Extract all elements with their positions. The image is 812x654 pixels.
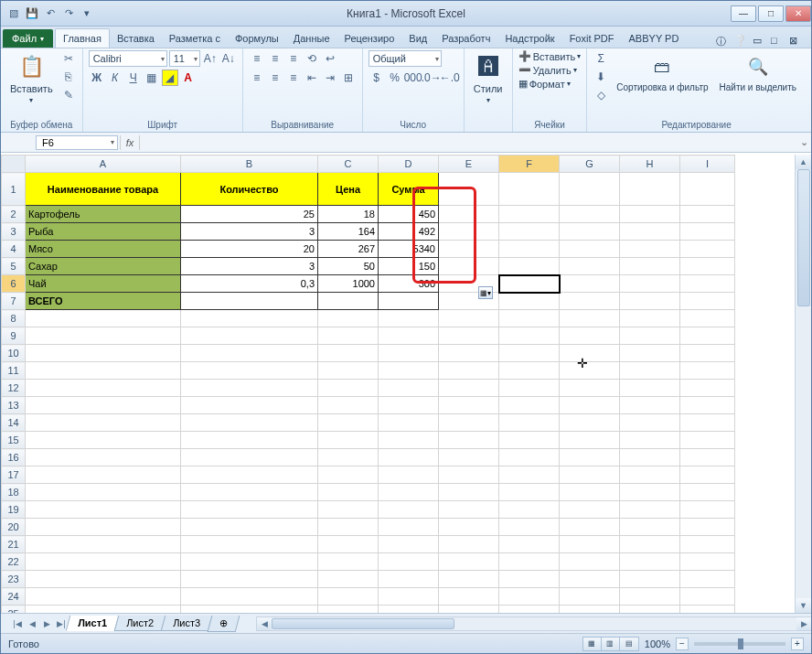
percent-icon[interactable]: % — [387, 70, 403, 86]
cell-A22[interactable] — [26, 553, 181, 571]
cell-B24[interactable] — [181, 588, 318, 606]
cell-H16[interactable] — [620, 449, 680, 466]
hscroll-right-icon[interactable]: ▶ — [796, 617, 811, 630]
cell-H8[interactable] — [620, 310, 680, 327]
tab-addins[interactable]: Надстройк — [497, 29, 561, 48]
shrink-font-icon[interactable]: A↓ — [220, 50, 237, 67]
currency-icon[interactable]: $ — [369, 70, 385, 86]
cell-G25[interactable] — [560, 606, 620, 614]
row-header-7[interactable]: 7 — [2, 293, 26, 310]
row-header-19[interactable]: 19 — [2, 501, 26, 519]
cell-H4[interactable] — [620, 241, 680, 258]
zoom-out-button[interactable]: − — [676, 638, 689, 650]
merge-icon[interactable]: ⊞ — [340, 70, 357, 86]
cell-F14[interactable] — [499, 414, 560, 432]
cell-B6[interactable]: 0,3 — [181, 275, 318, 293]
cell-B15[interactable] — [181, 432, 318, 449]
wbk-min-icon[interactable]: ▭ — [753, 35, 765, 48]
cell-G16[interactable] — [560, 449, 620, 466]
cell-B12[interactable] — [181, 380, 318, 397]
cell-F18[interactable] — [499, 484, 560, 501]
undo-icon[interactable]: ↶ — [43, 6, 58, 21]
cell-B1[interactable]: Количество — [181, 173, 318, 206]
row-header-4[interactable]: 4 — [2, 241, 26, 258]
col-header-F[interactable]: F — [499, 155, 560, 173]
sheet-tab-1[interactable]: Лист1 — [66, 616, 120, 631]
cell-H20[interactable] — [620, 519, 680, 536]
tab-insert[interactable]: Вставка — [110, 29, 162, 48]
cell-B20[interactable] — [181, 519, 318, 536]
cell-F9[interactable] — [499, 327, 560, 345]
cell-H19[interactable] — [620, 501, 680, 519]
cell-H5[interactable] — [620, 258, 680, 275]
cell-E22[interactable] — [439, 553, 499, 571]
cell-H24[interactable] — [620, 588, 680, 606]
cell-C19[interactable] — [318, 501, 379, 519]
cell-D20[interactable] — [379, 519, 439, 536]
close-button[interactable]: ✕ — [785, 5, 811, 22]
save-icon[interactable]: 💾 — [25, 6, 39, 21]
fill-icon[interactable]: ◢ — [162, 70, 178, 86]
cell-D4[interactable]: 5340 — [379, 241, 439, 258]
col-header-H[interactable]: H — [620, 155, 680, 173]
cell-A1[interactable]: Наименование товара — [26, 173, 181, 206]
scroll-thumb[interactable] — [797, 169, 810, 306]
cell-A2[interactable]: Картофель — [26, 206, 181, 223]
cell-A14[interactable] — [26, 414, 181, 432]
cell-H23[interactable] — [620, 571, 680, 588]
row-header-25[interactable]: 25 — [2, 606, 26, 614]
cell-A10[interactable] — [26, 345, 181, 362]
wbk-max-icon[interactable]: □ — [771, 35, 784, 48]
view-break-icon[interactable]: ▤ — [620, 638, 638, 650]
cell-F3[interactable] — [499, 223, 560, 241]
cell-G15[interactable] — [560, 432, 620, 449]
brush-icon[interactable]: ✎ — [60, 87, 77, 103]
cell-F6[interactable] — [499, 275, 560, 293]
sheet-tab-2[interactable]: Лист2 — [114, 616, 166, 631]
scroll-down-icon[interactable]: ▼ — [796, 598, 811, 613]
view-normal-icon[interactable]: ▦ — [583, 638, 602, 650]
qat-more-icon[interactable]: ▾ — [80, 6, 94, 21]
cell-H11[interactable] — [620, 362, 680, 380]
cell-D10[interactable] — [379, 345, 439, 362]
col-header-B[interactable]: B — [181, 155, 318, 173]
cell-F5[interactable] — [499, 258, 560, 275]
cell-A15[interactable] — [26, 432, 181, 449]
cell-A23[interactable] — [26, 571, 181, 588]
cell-A12[interactable] — [26, 380, 181, 397]
dec-dec-icon[interactable]: ←.0 — [442, 70, 458, 86]
cell-F16[interactable] — [499, 449, 560, 466]
minimize-button[interactable]: — — [731, 5, 756, 22]
cell-C13[interactable] — [318, 397, 379, 414]
row-header-12[interactable]: 12 — [2, 380, 26, 397]
cell-A16[interactable] — [26, 449, 181, 466]
cell-I18[interactable] — [680, 484, 735, 501]
vertical-scrollbar[interactable]: ▲ ▼ — [795, 155, 811, 613]
scroll-up-icon[interactable]: ▲ — [796, 155, 811, 169]
number-format-select[interactable]: Общий — [369, 50, 442, 67]
cell-G14[interactable] — [560, 414, 620, 432]
cell-D12[interactable] — [379, 380, 439, 397]
cell-D19[interactable] — [379, 501, 439, 519]
cell-B19[interactable] — [181, 501, 318, 519]
cell-F15[interactable] — [499, 432, 560, 449]
align-right-icon[interactable]: ≡ — [285, 70, 302, 86]
styles-button[interactable]: 🅰 Стили▾ — [470, 50, 507, 106]
cell-D7[interactable] — [379, 293, 439, 310]
cell-I14[interactable] — [680, 414, 735, 432]
cell-G10[interactable] — [560, 345, 620, 362]
tab-formulas[interactable]: Формулы — [228, 29, 286, 48]
cell-I4[interactable] — [680, 241, 735, 258]
cell-C1[interactable]: Цена — [318, 173, 379, 206]
cell-I6[interactable] — [680, 275, 735, 293]
cell-B3[interactable]: 3 — [181, 223, 318, 241]
cell-C25[interactable] — [318, 606, 379, 614]
cell-B10[interactable] — [181, 345, 318, 362]
cell-B5[interactable]: 3 — [181, 258, 318, 275]
cell-H10[interactable] — [620, 345, 680, 362]
cell-C8[interactable] — [318, 310, 379, 327]
cell-C7[interactable] — [318, 293, 379, 310]
format-icon[interactable]: ▦ — [518, 78, 528, 90]
cell-E2[interactable] — [439, 206, 499, 223]
cell-E25[interactable] — [439, 606, 499, 614]
